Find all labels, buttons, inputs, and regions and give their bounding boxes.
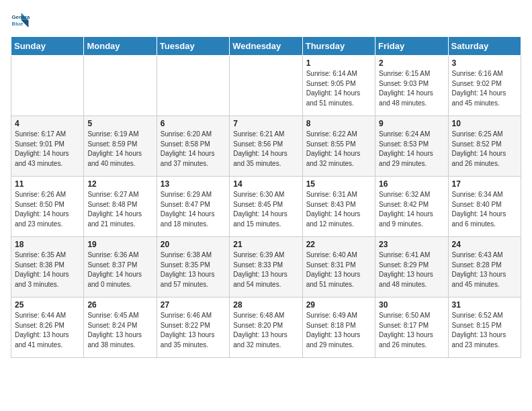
day-info: Sunrise: 6:14 AM Sunset: 9:05 PM Dayligh…	[306, 69, 371, 108]
day-info: Sunrise: 6:16 AM Sunset: 9:02 PM Dayligh…	[452, 69, 517, 108]
day-info: Sunrise: 6:26 AM Sunset: 8:50 PM Dayligh…	[15, 190, 80, 229]
col-header-wednesday: Wednesday	[230, 37, 302, 56]
col-header-thursday: Thursday	[302, 37, 375, 56]
day-cell: 18Sunrise: 6:35 AM Sunset: 8:38 PM Dayli…	[11, 237, 84, 298]
day-number: 15	[306, 179, 371, 189]
day-number: 18	[15, 240, 80, 249]
day-cell: 31Sunrise: 6:52 AM Sunset: 8:15 PM Dayli…	[448, 298, 521, 358]
col-header-saturday: Saturday	[448, 37, 521, 56]
day-cell: 8Sunrise: 6:22 AM Sunset: 8:55 PM Daylig…	[302, 116, 375, 177]
day-number: 22	[306, 240, 371, 249]
day-cell: 22Sunrise: 6:40 AM Sunset: 8:31 PM Dayli…	[302, 237, 375, 298]
week-row-5: 25Sunrise: 6:44 AM Sunset: 8:26 PM Dayli…	[11, 298, 521, 358]
calendar-table: SundayMondayTuesdayWednesdayThursdayFrid…	[11, 36, 521, 358]
day-number: 25	[15, 300, 80, 310]
day-cell: 3Sunrise: 6:16 AM Sunset: 9:02 PM Daylig…	[448, 56, 521, 116]
day-info: Sunrise: 6:19 AM Sunset: 8:59 PM Dayligh…	[87, 130, 152, 169]
day-cell: 6Sunrise: 6:20 AM Sunset: 8:58 PM Daylig…	[157, 116, 229, 177]
day-number: 21	[233, 240, 298, 249]
day-cell: 12Sunrise: 6:27 AM Sunset: 8:48 PM Dayli…	[84, 177, 157, 237]
day-cell: 25Sunrise: 6:44 AM Sunset: 8:26 PM Dayli…	[11, 298, 84, 358]
week-row-1: 1Sunrise: 6:14 AM Sunset: 9:05 PM Daylig…	[11, 56, 521, 116]
col-header-monday: Monday	[84, 37, 157, 56]
day-info: Sunrise: 6:21 AM Sunset: 8:56 PM Dayligh…	[233, 130, 298, 169]
day-info: Sunrise: 6:52 AM Sunset: 8:15 PM Dayligh…	[452, 311, 517, 350]
day-cell	[157, 56, 229, 116]
logo-icon: General Blue	[11, 11, 30, 30]
day-number: 11	[15, 179, 80, 189]
day-cell	[84, 56, 157, 116]
day-info: Sunrise: 6:34 AM Sunset: 8:40 PM Dayligh…	[452, 190, 517, 229]
day-info: Sunrise: 6:25 AM Sunset: 8:52 PM Dayligh…	[452, 130, 517, 169]
day-number: 1	[306, 58, 371, 68]
day-cell: 30Sunrise: 6:50 AM Sunset: 8:17 PM Dayli…	[375, 298, 448, 358]
day-cell: 14Sunrise: 6:30 AM Sunset: 8:45 PM Dayli…	[230, 177, 302, 237]
day-cell: 16Sunrise: 6:32 AM Sunset: 8:42 PM Dayli…	[375, 177, 448, 237]
day-cell: 19Sunrise: 6:36 AM Sunset: 8:37 PM Dayli…	[84, 237, 157, 298]
day-cell: 27Sunrise: 6:46 AM Sunset: 8:22 PM Dayli…	[157, 298, 229, 358]
day-info: Sunrise: 6:48 AM Sunset: 8:20 PM Dayligh…	[233, 311, 298, 350]
day-info: Sunrise: 6:41 AM Sunset: 8:29 PM Dayligh…	[379, 250, 444, 289]
day-number: 5	[87, 119, 152, 128]
day-info: Sunrise: 6:31 AM Sunset: 8:43 PM Dayligh…	[306, 190, 371, 229]
day-number: 24	[452, 240, 517, 249]
day-info: Sunrise: 6:49 AM Sunset: 8:18 PM Dayligh…	[306, 311, 371, 350]
day-number: 31	[452, 300, 517, 310]
day-number: 6	[161, 119, 226, 128]
day-number: 27	[161, 300, 226, 310]
day-cell: 28Sunrise: 6:48 AM Sunset: 8:20 PM Dayli…	[230, 298, 302, 358]
day-cell: 21Sunrise: 6:39 AM Sunset: 8:33 PM Dayli…	[230, 237, 302, 298]
day-info: Sunrise: 6:40 AM Sunset: 8:31 PM Dayligh…	[306, 250, 371, 289]
week-row-2: 4Sunrise: 6:17 AM Sunset: 9:01 PM Daylig…	[11, 116, 521, 177]
day-number: 2	[379, 58, 444, 68]
day-info: Sunrise: 6:50 AM Sunset: 8:17 PM Dayligh…	[379, 311, 444, 350]
day-info: Sunrise: 6:35 AM Sunset: 8:38 PM Dayligh…	[15, 250, 80, 289]
day-cell: 29Sunrise: 6:49 AM Sunset: 8:18 PM Dayli…	[302, 298, 375, 358]
logo: General Blue	[11, 11, 32, 30]
day-number: 12	[87, 179, 152, 189]
day-number: 13	[161, 179, 226, 189]
day-cell: 1Sunrise: 6:14 AM Sunset: 9:05 PM Daylig…	[302, 56, 375, 116]
day-info: Sunrise: 6:29 AM Sunset: 8:47 PM Dayligh…	[161, 190, 226, 229]
day-number: 17	[452, 179, 517, 189]
day-number: 30	[379, 300, 444, 310]
day-number: 16	[379, 179, 444, 189]
day-cell: 26Sunrise: 6:45 AM Sunset: 8:24 PM Dayli…	[84, 298, 157, 358]
day-info: Sunrise: 6:39 AM Sunset: 8:33 PM Dayligh…	[233, 250, 298, 289]
day-cell: 4Sunrise: 6:17 AM Sunset: 9:01 PM Daylig…	[11, 116, 84, 177]
day-number: 10	[452, 119, 517, 128]
day-info: Sunrise: 6:36 AM Sunset: 8:37 PM Dayligh…	[87, 250, 152, 289]
day-cell: 24Sunrise: 6:43 AM Sunset: 8:28 PM Dayli…	[448, 237, 521, 298]
day-cell	[230, 56, 302, 116]
day-info: Sunrise: 6:32 AM Sunset: 8:42 PM Dayligh…	[379, 190, 444, 229]
day-info: Sunrise: 6:38 AM Sunset: 8:35 PM Dayligh…	[161, 250, 226, 289]
day-cell: 13Sunrise: 6:29 AM Sunset: 8:47 PM Dayli…	[157, 177, 229, 237]
day-cell: 23Sunrise: 6:41 AM Sunset: 8:29 PM Dayli…	[375, 237, 448, 298]
day-number: 28	[233, 300, 298, 310]
day-info: Sunrise: 6:44 AM Sunset: 8:26 PM Dayligh…	[15, 311, 80, 350]
page-header: General Blue	[11, 11, 521, 30]
day-info: Sunrise: 6:27 AM Sunset: 8:48 PM Dayligh…	[87, 190, 152, 229]
day-number: 29	[306, 300, 371, 310]
day-number: 20	[161, 240, 226, 249]
day-cell: 5Sunrise: 6:19 AM Sunset: 8:59 PM Daylig…	[84, 116, 157, 177]
day-number: 7	[233, 119, 298, 128]
svg-text:Blue: Blue	[12, 21, 24, 27]
day-cell: 10Sunrise: 6:25 AM Sunset: 8:52 PM Dayli…	[448, 116, 521, 177]
day-number: 23	[379, 240, 444, 249]
col-header-sunday: Sunday	[11, 37, 84, 56]
day-info: Sunrise: 6:17 AM Sunset: 9:01 PM Dayligh…	[15, 130, 80, 169]
day-number: 8	[306, 119, 371, 128]
day-cell: 2Sunrise: 6:15 AM Sunset: 9:03 PM Daylig…	[375, 56, 448, 116]
day-number: 9	[379, 119, 444, 128]
day-info: Sunrise: 6:22 AM Sunset: 8:55 PM Dayligh…	[306, 130, 371, 169]
day-info: Sunrise: 6:30 AM Sunset: 8:45 PM Dayligh…	[233, 190, 298, 229]
day-cell: 20Sunrise: 6:38 AM Sunset: 8:35 PM Dayli…	[157, 237, 229, 298]
day-number: 4	[15, 119, 80, 128]
day-number: 19	[87, 240, 152, 249]
week-row-4: 18Sunrise: 6:35 AM Sunset: 8:38 PM Dayli…	[11, 237, 521, 298]
svg-text:General: General	[12, 14, 30, 20]
col-header-tuesday: Tuesday	[157, 37, 229, 56]
day-cell: 7Sunrise: 6:21 AM Sunset: 8:56 PM Daylig…	[230, 116, 302, 177]
day-info: Sunrise: 6:43 AM Sunset: 8:28 PM Dayligh…	[452, 250, 517, 289]
